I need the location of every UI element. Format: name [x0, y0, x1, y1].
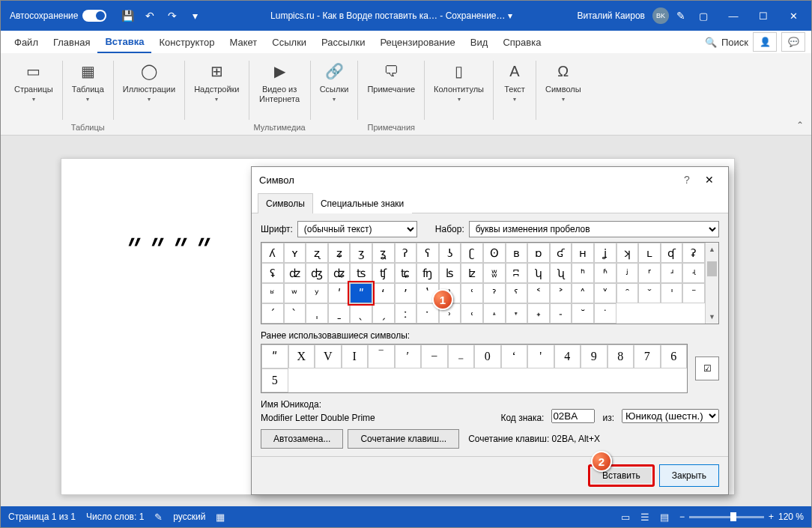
char-cell[interactable]: ʵ — [682, 263, 705, 283]
tab-главная[interactable]: Главная — [46, 31, 97, 53]
char-cell[interactable]: ʧ — [372, 263, 395, 283]
ribbon-ссылки[interactable]: 🔗Ссылки▾ — [315, 56, 354, 106]
char-cell[interactable]: ˘ — [572, 303, 594, 324]
print-layout-icon[interactable]: ☰ — [640, 512, 649, 523]
char-cell[interactable]: ʣ — [284, 263, 306, 283]
char-cell[interactable]: ʷ — [284, 283, 306, 303]
char-cell[interactable]: ˕ — [506, 303, 528, 324]
maximize-button[interactable]: ☐ — [748, 1, 778, 31]
recent-cell[interactable]: ‘ — [501, 345, 528, 368]
char-cell[interactable]: ʹ — [328, 283, 351, 303]
char-cell[interactable]: ʛ — [550, 243, 572, 263]
char-cell[interactable]: ʡ — [682, 243, 705, 263]
read-mode-icon[interactable]: ▭ — [621, 512, 630, 523]
scroll-down-icon[interactable]: ▼ — [706, 310, 718, 324]
tab-symbols[interactable]: Символы — [258, 193, 313, 213]
ribbon-примечание[interactable]: 🗨Примечание — [363, 56, 419, 97]
scroll-thumb[interactable] — [707, 261, 717, 276]
recent-cell[interactable]: 0 — [474, 345, 501, 368]
char-cell[interactable]: ˉ — [682, 283, 705, 303]
tab-конструктор[interactable]: Конструктор — [151, 31, 222, 53]
tab-справка[interactable]: Справка — [495, 31, 548, 53]
char-cell[interactable]: ʠ — [661, 243, 683, 263]
tab-вид[interactable]: Вид — [463, 31, 496, 53]
code-input[interactable] — [551, 409, 595, 423]
zoom-control[interactable]: − + 120 % — [679, 512, 804, 522]
char-cell[interactable]: ˍ — [328, 303, 351, 324]
char-cell[interactable]: ʴ — [661, 263, 683, 283]
recent-cell[interactable]: ʺ — [261, 345, 288, 368]
char-grid[interactable]: ʎʏʐʑʒʓʔʕʖʗʘʙɒʛʜʝʞʟʠʡʢʣʤʥʦʧʨʩʪʫʬʭʮʯʰʱʲʳʴʵ… — [261, 243, 705, 324]
status-page[interactable]: Страница 1 из 1 — [8, 512, 76, 522]
macro-icon[interactable]: ▦ — [216, 512, 225, 523]
recent-cell[interactable]: V — [315, 345, 342, 368]
char-cell[interactable]: ʝ — [594, 243, 616, 263]
tab-ссылки[interactable]: Ссылки — [264, 31, 314, 53]
subset-select[interactable]: буквы изменения пробелов — [469, 221, 719, 237]
font-select[interactable]: (обычный текст) — [297, 221, 417, 237]
tab-рецензирование[interactable]: Рецензирование — [372, 31, 462, 53]
char-cell[interactable]: ʸ — [306, 283, 328, 303]
shortcut-button[interactable]: Сочетание клавиш... — [348, 429, 459, 449]
char-cell[interactable]: ˙ — [594, 303, 616, 324]
recent-cell[interactable]: 9 — [581, 345, 608, 368]
char-cell[interactable]: ˅ — [594, 283, 616, 303]
ribbon-колонтитулы[interactable]: ▯Колонтитулы▾ — [429, 56, 488, 106]
recent-cell[interactable]: − — [421, 345, 448, 368]
char-cell[interactable]: ˋ — [284, 303, 306, 324]
char-cell[interactable]: ʪ — [439, 263, 461, 283]
spellcheck-icon[interactable]: ✎ — [154, 512, 163, 523]
avatar[interactable]: BK — [652, 7, 669, 24]
char-cell[interactable]: ʬ — [483, 263, 506, 283]
scrollbar[interactable]: ▲ ▼ — [705, 243, 718, 324]
status-lang[interactable]: русский — [173, 512, 205, 522]
recent-cell[interactable]: ‾ — [368, 345, 395, 368]
comments-button[interactable]: 💬 — [781, 32, 805, 52]
ribbon-таблица[interactable]: ▦Таблица▾ — [67, 56, 109, 106]
char-cell[interactable]: ˏ — [372, 303, 395, 324]
char-cell[interactable]: ˌ — [306, 303, 328, 324]
tab-рассылки[interactable]: Рассылки — [314, 31, 372, 53]
help-icon[interactable]: ? — [676, 174, 698, 186]
char-cell[interactable]: ɒ — [527, 243, 550, 263]
recent-cell[interactable]: ₋ — [448, 345, 475, 368]
char-cell[interactable]: ʏ — [284, 243, 306, 263]
char-cell[interactable]: ʰ — [572, 263, 594, 283]
char-cell[interactable]: ʿ — [461, 283, 483, 303]
zoom-in-icon[interactable]: + — [769, 512, 774, 522]
char-cell[interactable]: ˎ — [350, 303, 372, 324]
char-cell[interactable]: ˄ — [572, 283, 594, 303]
minimize-button[interactable]: ― — [718, 1, 748, 31]
char-cell[interactable]: ˃ — [550, 283, 572, 303]
char-cell[interactable]: ˇ — [638, 283, 661, 303]
ribbon-символы[interactable]: ΩСимволы▾ — [541, 56, 586, 106]
char-cell[interactable]: ʜ — [572, 243, 594, 263]
char-cell[interactable]: ˀ — [483, 283, 506, 303]
ribbon-видео из[interactable]: ▶Видео изИнтернета — [255, 56, 304, 107]
char-cell[interactable]: ʲ — [616, 263, 639, 283]
qat-dropdown-icon[interactable]: ▾ — [184, 5, 205, 26]
recent-cell[interactable]: 8 — [608, 345, 634, 368]
tab-вставка[interactable]: Вставка — [97, 31, 151, 53]
char-cell[interactable]: ʶ — [261, 283, 284, 303]
ribbon-mode-icon[interactable]: ▢ — [688, 1, 718, 31]
char-cell[interactable]: ʙ — [506, 243, 528, 263]
tab-макет[interactable]: Макет — [222, 31, 265, 53]
char-cell[interactable]: ʔ — [395, 243, 417, 263]
recent-cell[interactable]: ′ — [395, 345, 422, 368]
ribbon-текст[interactable]: AТекст▾ — [498, 56, 531, 106]
char-cell[interactable]: ʒ — [350, 243, 372, 263]
char-cell[interactable]: ʖ — [439, 243, 461, 263]
char-cell[interactable]: ˁ — [506, 283, 528, 303]
char-cell[interactable]: ˈ — [661, 283, 683, 303]
ribbon-надстройки[interactable]: ⊞Надстройки▾ — [190, 56, 243, 106]
close-dialog-button[interactable]: Закрыть — [659, 464, 719, 487]
char-cell[interactable]: ʕ — [416, 243, 439, 263]
char-cell[interactable]: ʺ — [350, 283, 372, 303]
undo-icon[interactable]: ↶ — [139, 5, 160, 26]
recent-cell[interactable]: ' — [527, 345, 554, 368]
char-cell[interactable]: ʘ — [483, 243, 506, 263]
autocorrect-button[interactable]: Автозамена... — [261, 429, 343, 449]
char-cell[interactable]: ʫ — [461, 263, 483, 283]
ribbon-иллюстрации[interactable]: ◯Иллюстрации▾ — [118, 56, 180, 106]
